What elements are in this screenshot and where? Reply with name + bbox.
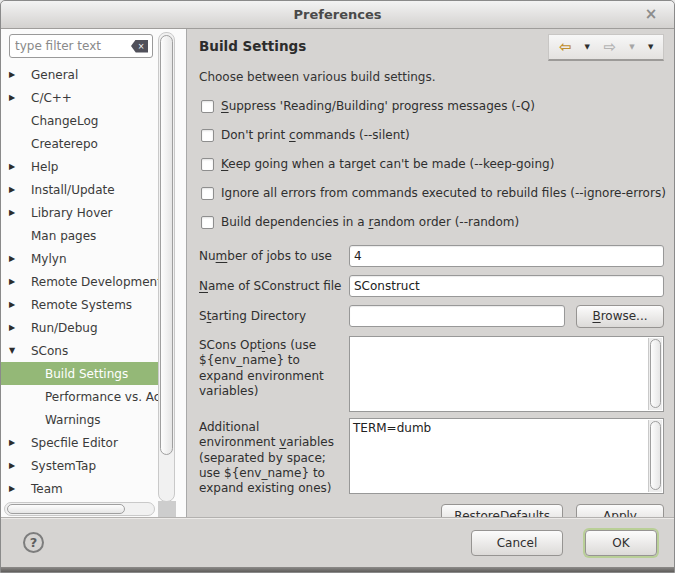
sidebar-item-label: Team xyxy=(31,482,63,496)
sidebar-item-label: Remote Development xyxy=(31,275,158,289)
checkbox-label: Ignore all errors from commands executed… xyxy=(221,186,666,200)
checkbox[interactable] xyxy=(201,216,214,229)
checkbox-row-keep-going-when-a-target-can-t[interactable]: Keep going when a target can't be made (… xyxy=(199,154,664,174)
field-label: Starting Directory xyxy=(199,309,349,323)
additional-environment-varia-textarea[interactable]: TERM=dumb xyxy=(349,418,664,494)
filter-input[interactable] xyxy=(15,39,131,53)
sidebar-item-label: Build Settings xyxy=(45,367,128,381)
action-row: Restore DefaultsApply xyxy=(199,504,664,517)
expand-arrow-icon[interactable]: ▶ xyxy=(9,162,25,171)
sidebar-item-remote-development[interactable]: ▶Remote Development xyxy=(1,270,158,293)
sidebar-horizontal-scrollbar-thumb[interactable] xyxy=(7,504,125,514)
checkbox-row-ignore-all-errors-from-command[interactable]: Ignore all errors from commands executed… xyxy=(199,183,664,203)
sidebar-item-mylyn[interactable]: ▶Mylyn xyxy=(1,247,158,270)
number-of-jobs-to-use-input[interactable] xyxy=(349,245,664,267)
checkbox-row-build-dependencies-in-a-random[interactable]: Build dependencies in a random order (--… xyxy=(199,212,664,232)
expand-arrow-icon[interactable]: ▶ xyxy=(9,484,25,493)
textarea-label: SCons Options (use ${env_name} to expand… xyxy=(199,336,349,412)
sidebar-item-label: Specfile Editor xyxy=(31,436,118,450)
textarea-scrollbar[interactable] xyxy=(648,420,662,492)
scrollbar-corner xyxy=(158,501,176,517)
expand-arrow-icon[interactable]: ▶ xyxy=(9,185,25,194)
field-row-starting-directory: Starting DirectoryBrowse... xyxy=(199,305,664,327)
checkbox-row-don-t-print-commands-silent[interactable]: Don't print commands (--silent) xyxy=(199,125,664,145)
sidebar-item-remote-systems[interactable]: ▶Remote Systems xyxy=(1,293,158,316)
field-row-name-of-sconstruct-file: Name of SConstruct file xyxy=(199,275,664,297)
expand-arrow-icon[interactable]: ▶ xyxy=(9,438,25,447)
preferences-tree: ▶General▶C/C++ChangeLogCreaterepo▶Help▶I… xyxy=(1,63,158,500)
name-of-sconstruct-file-input[interactable] xyxy=(349,275,664,297)
sidebar-horizontal-scrollbar[interactable] xyxy=(4,502,155,516)
scons-options-use-env-name-t-textarea[interactable] xyxy=(349,336,664,412)
browse-button[interactable]: Browse... xyxy=(576,305,664,328)
sidebar-item-label: Run/Debug xyxy=(31,321,98,335)
sidebar-item-library-hover[interactable]: ▶Library Hover xyxy=(1,201,158,224)
sidebar-vertical-scrollbar[interactable] xyxy=(158,32,175,502)
sidebar-item-label: SCons xyxy=(31,344,68,358)
close-icon[interactable]: × xyxy=(640,1,662,28)
ok-button[interactable]: OK xyxy=(585,530,657,556)
checkbox[interactable] xyxy=(201,100,214,113)
checkbox-label: Don't print commands (--silent) xyxy=(221,128,410,142)
field-row-number-of-jobs-to-use: Number of jobs to use xyxy=(199,245,664,267)
main-panel: Build Settings ⇦▼⇨▼▼ Choose between vari… xyxy=(187,29,674,517)
textarea-list: SCons Options (use ${env_name} to expand… xyxy=(199,336,664,497)
sidebar-item-team[interactable]: ▶Team xyxy=(1,477,158,500)
collapse-arrow-icon[interactable]: ▼ xyxy=(9,346,25,355)
titlebar: Preferences × xyxy=(1,1,674,29)
sidebar-item-performance-vs-ac[interactable]: Performance vs. Ac xyxy=(1,385,158,408)
expand-arrow-icon[interactable]: ▶ xyxy=(9,93,25,102)
textarea-row-additional-environment-varia: Additional environment variables (separa… xyxy=(199,418,664,497)
cancel-button[interactable]: Cancel xyxy=(471,530,563,556)
sidebar-item-scons[interactable]: ▼SCons xyxy=(1,339,158,362)
sidebar-vertical-scrollbar-thumb[interactable] xyxy=(160,35,173,455)
sidebar-item-systemtap[interactable]: ▶SystemTap xyxy=(1,454,158,477)
checkbox-row-suppress-reading-building-prog[interactable]: Suppress 'Reading/Building' progress mes… xyxy=(199,96,664,116)
view-menu-dropdown-icon[interactable]: ▼ xyxy=(648,44,653,51)
sidebar-item-general[interactable]: ▶General xyxy=(1,63,158,86)
sidebar-item-c-c[interactable]: ▶C/C++ xyxy=(1,86,158,109)
help-button[interactable]: ? xyxy=(23,532,44,553)
sidebar-item-install-update[interactable]: ▶Install/Update xyxy=(1,178,158,201)
sidebar-item-build-settings[interactable]: Build Settings xyxy=(1,362,158,385)
expand-arrow-icon[interactable]: ▶ xyxy=(9,277,25,286)
starting-directory-input[interactable] xyxy=(349,305,565,327)
preferences-window: Preferences × × ▶General▶C/C++ChangeLogC… xyxy=(0,0,675,573)
sidebar-item-label: Library Hover xyxy=(31,206,113,220)
forward-arrow-icon[interactable]: ⇨ xyxy=(603,40,616,55)
sidebar: × ▶General▶C/C++ChangeLogCreaterepo▶Help… xyxy=(1,29,187,517)
forward-history-dropdown-icon[interactable]: ▼ xyxy=(629,44,634,51)
sidebar-item-label: General xyxy=(31,68,78,82)
sidebar-item-man-pages[interactable]: Man pages xyxy=(1,224,158,247)
sidebar-item-changelog[interactable]: ChangeLog xyxy=(1,109,158,132)
checkbox[interactable] xyxy=(201,129,214,142)
back-history-dropdown-icon[interactable]: ▼ xyxy=(585,44,590,51)
checkbox-label: Keep going when a target can't be made (… xyxy=(221,157,554,171)
back-arrow-icon[interactable]: ⇦ xyxy=(559,40,572,55)
restore-defaults-button[interactable]: Restore Defaults xyxy=(441,504,563,517)
sidebar-item-label: Warnings xyxy=(45,413,101,427)
sidebar-item-label: Man pages xyxy=(31,229,96,243)
expand-arrow-icon[interactable]: ▶ xyxy=(9,323,25,332)
sidebar-item-label: Mylyn xyxy=(31,252,67,266)
footer-bar: ? Cancel OK xyxy=(1,517,674,567)
checkbox[interactable] xyxy=(201,158,214,171)
textarea-label: Additional environment variables (separa… xyxy=(199,418,349,497)
textarea-scrollbar[interactable] xyxy=(648,338,662,410)
expand-arrow-icon[interactable]: ▶ xyxy=(9,461,25,470)
textarea-scrollbar-thumb[interactable] xyxy=(650,421,661,490)
sidebar-item-help[interactable]: ▶Help xyxy=(1,155,158,178)
sidebar-item-run-debug[interactable]: ▶Run/Debug xyxy=(1,316,158,339)
expand-arrow-icon[interactable]: ▶ xyxy=(9,254,25,263)
history-toolbar: ⇦▼⇨▼▼ xyxy=(548,34,664,61)
expand-arrow-icon[interactable]: ▶ xyxy=(9,208,25,217)
checkbox[interactable] xyxy=(201,187,214,200)
expand-arrow-icon[interactable]: ▶ xyxy=(9,70,25,79)
sidebar-item-createrepo[interactable]: Createrepo xyxy=(1,132,158,155)
textarea-scrollbar-thumb[interactable] xyxy=(650,339,661,408)
apply-button[interactable]: Apply xyxy=(576,504,664,517)
sidebar-item-warnings[interactable]: Warnings xyxy=(1,408,158,431)
expand-arrow-icon[interactable]: ▶ xyxy=(9,300,25,309)
sidebar-item-specfile-editor[interactable]: ▶Specfile Editor xyxy=(1,431,158,454)
clear-filter-icon[interactable]: × xyxy=(131,40,148,53)
